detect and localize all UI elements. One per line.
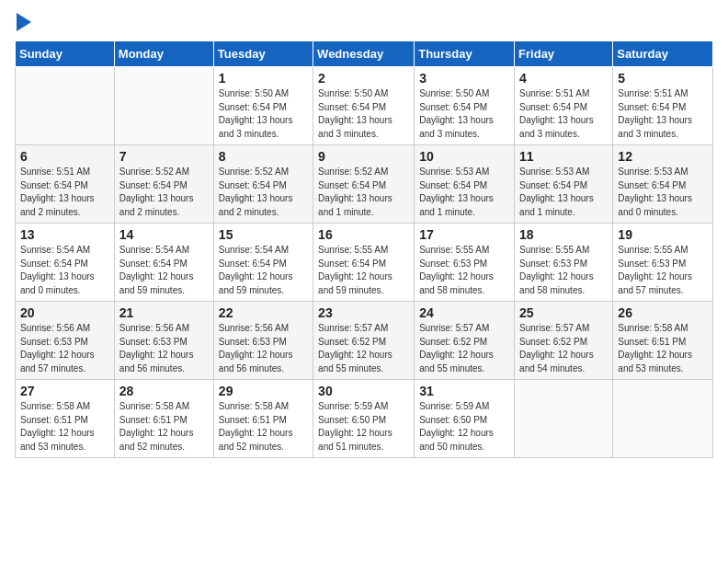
calendar-cell <box>114 67 213 145</box>
day-info: Sunrise: 5:59 AM Sunset: 6:50 PM Dayligh… <box>419 400 509 454</box>
weekday-header-thursday: Thursday <box>415 41 515 67</box>
calendar-cell: 12Sunrise: 5:53 AM Sunset: 6:54 PM Dayli… <box>613 145 713 224</box>
calendar-cell: 16Sunrise: 5:55 AM Sunset: 6:54 PM Dayli… <box>313 224 415 302</box>
day-info: Sunrise: 5:57 AM Sunset: 6:52 PM Dayligh… <box>519 322 608 375</box>
weekday-header-tuesday: Tuesday <box>213 41 313 67</box>
weekday-header-saturday: Saturday <box>613 41 713 67</box>
day-info: Sunrise: 5:50 AM Sunset: 6:54 PM Dayligh… <box>419 87 509 141</box>
day-number: 22 <box>219 305 308 320</box>
day-info: Sunrise: 5:51 AM Sunset: 6:54 PM Dayligh… <box>20 166 109 219</box>
calendar-cell: 15Sunrise: 5:54 AM Sunset: 6:54 PM Dayli… <box>213 224 313 302</box>
day-info: Sunrise: 5:58 AM Sunset: 6:51 PM Dayligh… <box>219 400 308 454</box>
calendar-cell: 7Sunrise: 5:52 AM Sunset: 6:54 PM Daylig… <box>114 145 213 224</box>
day-number: 6 <box>20 149 109 164</box>
calendar-cell: 3Sunrise: 5:50 AM Sunset: 6:54 PM Daylig… <box>415 67 515 145</box>
calendar-table: SundayMondayTuesdayWednesdayThursdayFrid… <box>15 40 713 458</box>
day-info: Sunrise: 5:57 AM Sunset: 6:52 PM Dayligh… <box>318 322 409 375</box>
day-number: 19 <box>618 227 708 242</box>
page-header <box>15 15 713 31</box>
day-info: Sunrise: 5:52 AM Sunset: 6:54 PM Dayligh… <box>318 166 409 219</box>
day-number: 28 <box>119 384 209 398</box>
day-info: Sunrise: 5:56 AM Sunset: 6:53 PM Dayligh… <box>119 322 209 375</box>
calendar-header-row: SundayMondayTuesdayWednesdayThursdayFrid… <box>16 41 713 67</box>
calendar-cell: 19Sunrise: 5:55 AM Sunset: 6:53 PM Dayli… <box>613 224 713 302</box>
day-info: Sunrise: 5:55 AM Sunset: 6:54 PM Dayligh… <box>318 244 409 297</box>
weekday-header-friday: Friday <box>515 41 613 67</box>
day-info: Sunrise: 5:56 AM Sunset: 6:53 PM Dayligh… <box>219 322 308 375</box>
day-number: 11 <box>519 149 608 164</box>
day-info: Sunrise: 5:54 AM Sunset: 6:54 PM Dayligh… <box>20 244 109 297</box>
day-info: Sunrise: 5:54 AM Sunset: 6:54 PM Dayligh… <box>119 244 209 297</box>
calendar-cell: 28Sunrise: 5:58 AM Sunset: 6:51 PM Dayli… <box>114 380 213 458</box>
day-info: Sunrise: 5:55 AM Sunset: 6:53 PM Dayligh… <box>519 244 608 297</box>
day-info: Sunrise: 5:55 AM Sunset: 6:53 PM Dayligh… <box>419 244 509 297</box>
day-info: Sunrise: 5:52 AM Sunset: 6:54 PM Dayligh… <box>119 166 209 219</box>
day-info: Sunrise: 5:55 AM Sunset: 6:53 PM Dayligh… <box>618 244 708 297</box>
day-info: Sunrise: 5:59 AM Sunset: 6:50 PM Dayligh… <box>318 400 409 454</box>
day-number: 21 <box>119 305 209 320</box>
day-number: 8 <box>219 149 308 164</box>
logo-arrow-icon <box>17 13 31 31</box>
day-number: 24 <box>419 305 509 320</box>
calendar-week-1: 1Sunrise: 5:50 AM Sunset: 6:54 PM Daylig… <box>16 67 713 145</box>
weekday-header-monday: Monday <box>114 41 213 67</box>
calendar-cell: 27Sunrise: 5:58 AM Sunset: 6:51 PM Dayli… <box>16 380 115 458</box>
calendar-cell: 6Sunrise: 5:51 AM Sunset: 6:54 PM Daylig… <box>16 145 115 224</box>
day-number: 13 <box>20 227 109 242</box>
calendar-cell: 20Sunrise: 5:56 AM Sunset: 6:53 PM Dayli… <box>16 302 115 380</box>
calendar-week-2: 6Sunrise: 5:51 AM Sunset: 6:54 PM Daylig… <box>16 145 713 224</box>
calendar-cell: 31Sunrise: 5:59 AM Sunset: 6:50 PM Dayli… <box>415 380 515 458</box>
calendar-cell: 2Sunrise: 5:50 AM Sunset: 6:54 PM Daylig… <box>313 67 415 145</box>
day-number: 15 <box>219 227 308 242</box>
day-number: 12 <box>618 149 708 164</box>
day-info: Sunrise: 5:53 AM Sunset: 6:54 PM Dayligh… <box>519 166 608 219</box>
calendar-cell: 5Sunrise: 5:51 AM Sunset: 6:54 PM Daylig… <box>613 67 713 145</box>
calendar-cell: 4Sunrise: 5:51 AM Sunset: 6:54 PM Daylig… <box>515 67 613 145</box>
calendar-cell: 1Sunrise: 5:50 AM Sunset: 6:54 PM Daylig… <box>213 67 313 145</box>
day-number: 3 <box>419 71 509 86</box>
day-number: 20 <box>20 305 109 320</box>
day-number: 10 <box>419 149 509 164</box>
day-number: 1 <box>219 71 308 86</box>
calendar-cell <box>16 67 115 145</box>
day-info: Sunrise: 5:56 AM Sunset: 6:53 PM Dayligh… <box>20 322 109 375</box>
day-info: Sunrise: 5:53 AM Sunset: 6:54 PM Dayligh… <box>618 166 708 219</box>
calendar-cell: 17Sunrise: 5:55 AM Sunset: 6:53 PM Dayli… <box>415 224 515 302</box>
calendar-cell: 30Sunrise: 5:59 AM Sunset: 6:50 PM Dayli… <box>313 380 415 458</box>
day-info: Sunrise: 5:58 AM Sunset: 6:51 PM Dayligh… <box>618 322 708 375</box>
day-info: Sunrise: 5:58 AM Sunset: 6:51 PM Dayligh… <box>20 400 109 454</box>
day-number: 29 <box>219 384 308 398</box>
day-number: 17 <box>419 227 509 242</box>
calendar-cell: 13Sunrise: 5:54 AM Sunset: 6:54 PM Dayli… <box>16 224 115 302</box>
day-info: Sunrise: 5:51 AM Sunset: 6:54 PM Dayligh… <box>618 87 708 141</box>
weekday-header-sunday: Sunday <box>16 41 115 67</box>
day-info: Sunrise: 5:51 AM Sunset: 6:54 PM Dayligh… <box>519 87 608 141</box>
calendar-cell: 9Sunrise: 5:52 AM Sunset: 6:54 PM Daylig… <box>313 145 415 224</box>
day-info: Sunrise: 5:52 AM Sunset: 6:54 PM Dayligh… <box>219 166 308 219</box>
calendar-cell: 26Sunrise: 5:58 AM Sunset: 6:51 PM Dayli… <box>613 302 713 380</box>
day-info: Sunrise: 5:54 AM Sunset: 6:54 PM Dayligh… <box>219 244 308 297</box>
day-number: 4 <box>519 71 608 86</box>
day-number: 30 <box>318 384 409 398</box>
calendar-cell: 23Sunrise: 5:57 AM Sunset: 6:52 PM Dayli… <box>313 302 415 380</box>
calendar-week-3: 13Sunrise: 5:54 AM Sunset: 6:54 PM Dayli… <box>16 224 713 302</box>
day-number: 9 <box>318 149 409 164</box>
day-number: 18 <box>519 227 608 242</box>
day-number: 27 <box>20 384 109 398</box>
day-number: 26 <box>618 305 708 320</box>
day-number: 25 <box>519 305 608 320</box>
day-info: Sunrise: 5:50 AM Sunset: 6:54 PM Dayligh… <box>219 87 308 141</box>
calendar-cell: 10Sunrise: 5:53 AM Sunset: 6:54 PM Dayli… <box>415 145 515 224</box>
calendar-cell: 11Sunrise: 5:53 AM Sunset: 6:54 PM Dayli… <box>515 145 613 224</box>
calendar-cell <box>515 380 613 458</box>
day-info: Sunrise: 5:50 AM Sunset: 6:54 PM Dayligh… <box>318 87 409 141</box>
calendar-cell: 29Sunrise: 5:58 AM Sunset: 6:51 PM Dayli… <box>213 380 313 458</box>
day-number: 5 <box>618 71 708 86</box>
calendar-cell: 22Sunrise: 5:56 AM Sunset: 6:53 PM Dayli… <box>213 302 313 380</box>
calendar-cell: 25Sunrise: 5:57 AM Sunset: 6:52 PM Dayli… <box>515 302 613 380</box>
calendar-body: 1Sunrise: 5:50 AM Sunset: 6:54 PM Daylig… <box>16 67 713 458</box>
calendar-cell <box>613 380 713 458</box>
day-number: 2 <box>318 71 409 86</box>
day-info: Sunrise: 5:57 AM Sunset: 6:52 PM Dayligh… <box>419 322 509 375</box>
calendar-cell: 24Sunrise: 5:57 AM Sunset: 6:52 PM Dayli… <box>415 302 515 380</box>
